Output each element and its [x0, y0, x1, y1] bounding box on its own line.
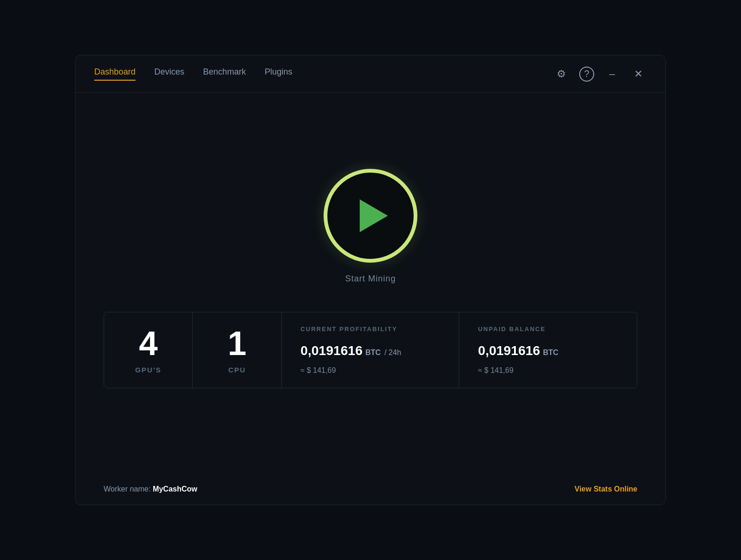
worker-name: MyCashCow: [153, 485, 197, 493]
cpu-stat-cell: 1 CPU: [193, 312, 281, 388]
gpu-label: GPU'S: [135, 366, 161, 374]
tab-benchmark[interactable]: Benchmark: [203, 67, 246, 81]
worker-prefix: Worker name:: [104, 485, 153, 493]
tab-plugins[interactable]: Plugins: [265, 67, 292, 81]
unpaid-balance-title: UNPAID BALANCE: [478, 325, 545, 333]
unpaid-balance-approx: ≈ $ 141,69: [478, 366, 514, 375]
help-icon[interactable]: ?: [579, 67, 594, 82]
gpu-count: 4: [139, 326, 158, 360]
start-mining-label: Start Mining: [345, 274, 396, 284]
nav-tabs: Dashboard Devices Benchmark Plugins: [94, 67, 292, 81]
cpu-label: CPU: [228, 366, 246, 374]
tab-dashboard[interactable]: Dashboard: [94, 67, 136, 81]
unpaid-balance-cell: UNPAID BALANCE 0,0191616BTC ≈ $ 141,69: [459, 312, 637, 388]
settings-icon[interactable]: ⚙: [553, 66, 570, 83]
gpu-stat-cell: 4 GPU'S: [104, 312, 193, 388]
stats-grid: 4 GPU'S 1 CPU CURRENT PROFITABILITY 0,01…: [104, 312, 637, 388]
header-controls: ⚙ ? – ✕: [553, 66, 647, 83]
profitability-cell: CURRENT PROFITABILITY 0,0191616BTC / 24h…: [282, 312, 460, 388]
cpu-count: 1: [227, 326, 246, 360]
profitability-approx: ≈ $ 141,69: [301, 366, 336, 375]
unpaid-balance-value: 0,0191616BTC: [478, 343, 558, 358]
app-window: Dashboard Devices Benchmark Plugins ⚙ ? …: [75, 55, 666, 505]
footer: Worker name: MyCashCow View Stats Online: [76, 474, 665, 505]
main-content: Start Mining 4 GPU'S 1 CPU CURRENT PROFI…: [76, 93, 665, 474]
minimize-icon[interactable]: –: [604, 66, 620, 83]
start-mining-button[interactable]: [324, 169, 417, 263]
worker-info: Worker name: MyCashCow: [104, 485, 197, 493]
profitability-title: CURRENT PROFITABILITY: [301, 325, 397, 333]
close-icon[interactable]: ✕: [630, 66, 647, 83]
tab-devices[interactable]: Devices: [154, 67, 184, 81]
profitability-value: 0,0191616BTC / 24h: [301, 343, 401, 358]
play-button-container: Start Mining: [324, 169, 417, 284]
header: Dashboard Devices Benchmark Plugins ⚙ ? …: [76, 55, 665, 93]
view-stats-link[interactable]: View Stats Online: [575, 485, 637, 493]
